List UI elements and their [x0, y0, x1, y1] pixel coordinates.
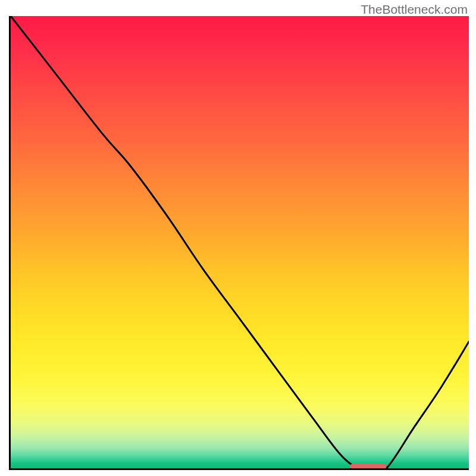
watermark-text: TheBottleneck.com [361, 2, 468, 17]
plot-area [9, 16, 469, 470]
bottleneck-curve [11, 16, 469, 468]
optimum-marker [350, 464, 387, 470]
